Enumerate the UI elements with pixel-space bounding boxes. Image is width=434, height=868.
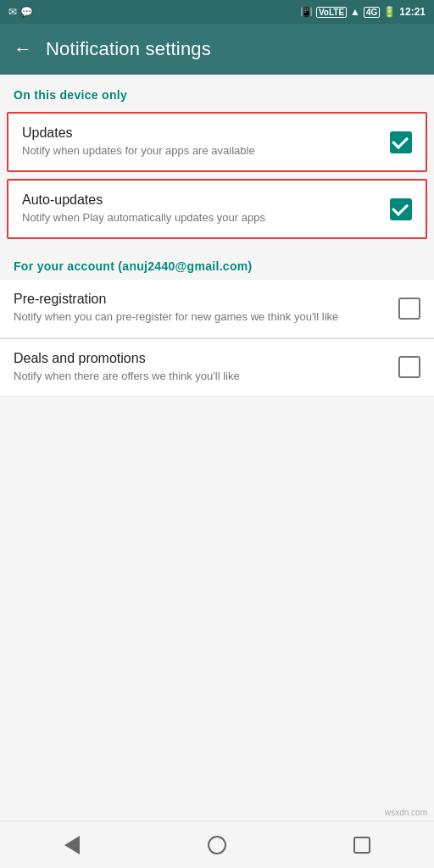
recent-nav-button[interactable] (342, 825, 382, 865)
battery-icon: 🔋 (383, 6, 396, 18)
4g-label: 4G (364, 7, 380, 18)
volte-label: VoLTE (316, 7, 347, 18)
status-bar-left: ✉ 💬 (8, 6, 33, 18)
auto-updates-checkbox[interactable] (390, 198, 412, 220)
updates-row[interactable]: Updates Notify when updates for your app… (7, 112, 427, 172)
deals-promotions-title: Deals and promotions (14, 351, 388, 366)
status-bar: ✉ 💬 📳 VoLTE ▲ 4G 🔋 12:21 (0, 0, 434, 24)
mail-icon: ✉ (8, 6, 17, 18)
watermark: wsxdn.com (385, 808, 427, 817)
app-bar: ← Notification settings (0, 24, 434, 75)
deals-promotions-row[interactable]: Deals and promotions Notify when there a… (0, 339, 434, 397)
auto-updates-subtitle: Notify when Play automatically updates y… (22, 210, 380, 225)
pre-registration-text: Pre-registration Notify when you can pre… (14, 292, 398, 325)
updates-text: Updates Notify when updates for your app… (22, 125, 390, 159)
deals-promotions-checkbox[interactable] (398, 356, 420, 378)
status-bar-right: 📳 VoLTE ▲ 4G 🔋 12:21 (300, 6, 426, 18)
auto-updates-title: Auto-updates (22, 192, 380, 208)
deals-promotions-text: Deals and promotions Notify when there a… (14, 351, 398, 384)
pre-registration-checkbox[interactable] (398, 298, 420, 320)
account-section-header: For your account (anuj2440@gmail.com) (0, 246, 434, 280)
updates-title: Updates (22, 125, 380, 141)
vibrate-icon: 📳 (300, 6, 313, 18)
updates-checkbox[interactable] (390, 131, 412, 153)
deals-promotions-subtitle: Notify when there are offers we think yo… (14, 369, 388, 384)
back-triangle-icon (64, 836, 80, 854)
device-section-header: On this device only (0, 75, 434, 108)
page-title: Notification settings (46, 38, 211, 60)
home-circle-icon (208, 836, 226, 854)
auto-updates-text: Auto-updates Notify when Play automatica… (22, 192, 390, 225)
pre-registration-title: Pre-registration (14, 292, 388, 307)
recent-square-icon (353, 837, 370, 854)
pre-registration-subtitle: Notify when you can pre-register for new… (14, 309, 388, 325)
back-button[interactable]: ← (14, 38, 32, 60)
time-display: 12:21 (399, 6, 426, 18)
home-nav-button[interactable] (197, 825, 237, 865)
auto-updates-row[interactable]: Auto-updates Notify when Play automatica… (7, 179, 427, 239)
pre-registration-row[interactable]: Pre-registration Notify when you can pre… (0, 280, 434, 337)
content-area: On this device only Updates Notify when … (0, 75, 434, 821)
back-nav-button[interactable] (52, 825, 92, 865)
chat-icon: 💬 (20, 6, 33, 18)
back-arrow-icon: ← (14, 38, 32, 60)
signal-icon: ▲ (350, 6, 360, 18)
bottom-navigation (0, 821, 434, 868)
updates-subtitle: Notify when updates for your apps are av… (22, 143, 380, 159)
